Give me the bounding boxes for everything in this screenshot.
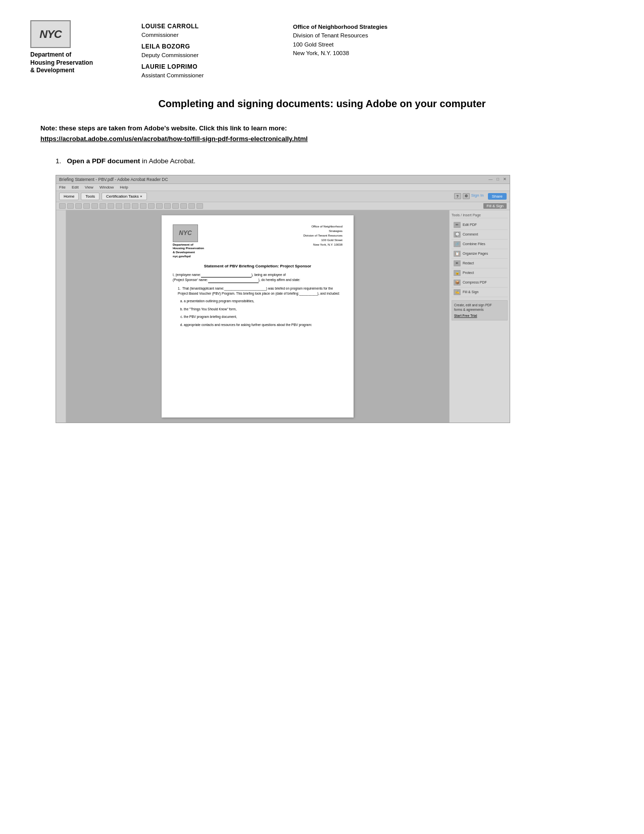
assistant-commissioner-title: Assistant Commissioner: [141, 72, 273, 78]
note-section: Note: these steps are taken from Adobe's…: [40, 123, 604, 145]
sidebar-tool-compress[interactable]: 📦 Compress PDF: [452, 278, 508, 288]
assistant-commissioner-name: LAURIE LoPRIMO: [141, 63, 273, 70]
redact-icon: ✒: [454, 260, 461, 266]
sidebar-tool-organize[interactable]: 📋 Organize Pages: [452, 249, 508, 259]
fillsign-icon: ✍: [454, 289, 461, 295]
menu-view[interactable]: View: [85, 185, 93, 190]
sidebar-tool-redact[interactable]: ✒ Redact: [452, 259, 508, 268]
compress-label: Compress PDF: [463, 281, 487, 284]
adobe-body: NYC Department ofHousing Preservation& D…: [56, 210, 510, 423]
note-link[interactable]: https://acrobat.adobe.com/us/en/acrobat/…: [40, 135, 308, 143]
protect-label: Protect: [463, 271, 474, 274]
step-1-label: Open a PDF document: [67, 157, 140, 165]
toolbar-icon-13[interactable]: [156, 203, 163, 209]
doc-nyc-logo: NYC: [173, 224, 198, 242]
compress-icon: 📦: [454, 280, 461, 286]
page-header: NYC Department of Housing Preservation &…: [30, 20, 614, 81]
close-icon[interactable]: ✕: [503, 177, 507, 181]
fillsign-label: Fill & Sign: [463, 290, 479, 294]
toolbar-icon-18[interactable]: [196, 203, 203, 209]
menu-help[interactable]: Help: [120, 185, 128, 190]
doc-title: Statement of PBV Briefing Completion: Pr…: [173, 264, 342, 268]
sign-in-link[interactable]: Sign In: [471, 193, 484, 199]
fill-sign-button[interactable]: Fill & Sign: [483, 203, 507, 209]
toolbar-icon-12[interactable]: [148, 203, 155, 209]
cta-button[interactable]: Start Free Trial: [454, 313, 505, 318]
toolbar-icon-11[interactable]: [140, 203, 146, 209]
toolbar-icon-7[interactable]: [108, 203, 114, 209]
adobe-left-sidebar: [56, 210, 66, 423]
combine-label: Combine Files: [463, 242, 485, 246]
organize-icon: 📋: [454, 251, 461, 257]
toolbar-icon-1[interactable]: [59, 203, 66, 209]
officials-section: LOUISE CARROLL Commissioner LEILA BOZORG…: [141, 20, 273, 81]
menu-window[interactable]: Window: [100, 185, 114, 190]
certification-tab[interactable]: Certification Tasks ×: [102, 193, 147, 200]
office-address1: 100 Gold Street: [293, 40, 387, 49]
logo-section: NYC Department of Housing Preservation &…: [30, 20, 121, 75]
office-address2: New York, N.Y. 10038: [293, 49, 387, 58]
minimize-icon[interactable]: —: [488, 177, 492, 181]
deputy-commissioner-title: Deputy Commissioner: [141, 52, 273, 58]
sidebar-tool-fillsign[interactable]: ✍ Fill & Sign: [452, 288, 508, 297]
doc-content: I, (employee name:), being an employee o…: [173, 272, 342, 328]
cta-text-line1: Create, edit and sign PDF: [454, 303, 505, 307]
sidebar-section-title: Tools / Insert Page: [452, 213, 508, 218]
page-title: Completing and signing documents: using …: [40, 97, 604, 111]
adobe-window-title: Briefing Statement - PBV.pdf - Adobe Acr…: [59, 177, 168, 182]
list-item: the PBV program briefing document,: [184, 314, 342, 319]
toolbar-icon-16[interactable]: [180, 203, 187, 209]
home-tab[interactable]: Home: [59, 193, 79, 200]
menu-file[interactable]: File: [59, 185, 66, 190]
sidebar-tool-comment[interactable]: 💬 Comment: [452, 230, 508, 240]
step-1-suffix: in Adobe Acrobat.: [142, 157, 195, 165]
maximize-icon[interactable]: □: [497, 177, 499, 181]
list-item: a presentation outlining program respons…: [184, 299, 342, 304]
settings-icon[interactable]: ⚙: [463, 193, 470, 199]
sidebar-tool-combine[interactable]: 🔗 Combine Files: [452, 240, 508, 249]
toolbar-icon-2[interactable]: [67, 203, 74, 209]
comment-label: Comment: [463, 233, 478, 236]
toolbar-icon-4[interactable]: [83, 203, 90, 209]
note-label: Note: these steps are taken from Adobe's…: [40, 124, 287, 132]
toolbar-icon-5[interactable]: [91, 203, 98, 209]
doc-header: NYC Department ofHousing Preservation& D…: [173, 224, 342, 259]
toolbar-icon-10[interactable]: [132, 203, 138, 209]
protect-icon: 🔒: [454, 270, 461, 276]
tools-tab[interactable]: Tools: [81, 193, 100, 200]
adobe-menubar: File Edit View Window Help: [56, 184, 510, 191]
menu-edit[interactable]: Edit: [72, 185, 79, 190]
toolbar-icon-14[interactable]: [164, 203, 171, 209]
main-content: Completing and signing documents: using …: [30, 97, 614, 423]
toolbar-icon-15[interactable]: [172, 203, 179, 209]
secondary-toolbar: Fill & Sign: [56, 202, 510, 210]
toolbar-icon-6[interactable]: [100, 203, 106, 209]
doc-logo-area: NYC Department ofHousing Preservation& D…: [173, 224, 204, 259]
sidebar-tool-editpdf[interactable]: ✏ Edit PDF: [452, 220, 508, 230]
deputy-commissioner-name: LEILA BOZORG: [141, 43, 273, 50]
comment-icon: 💬: [454, 231, 461, 238]
sidebar-tool-protect[interactable]: 🔒 Protect: [452, 268, 508, 278]
help-icon[interactable]: ?: [454, 193, 461, 199]
adobe-titlebar: Briefing Statement - PBV.pdf - Adobe Acr…: [56, 175, 510, 184]
titlebar-controls: — □ ✕: [488, 177, 507, 181]
redact-label: Redact: [463, 261, 474, 265]
adobe-document: NYC Department ofHousing Preservation& D…: [162, 215, 354, 418]
doc-list: a presentation outlining program respons…: [184, 299, 342, 328]
toolbar-icon-9[interactable]: [124, 203, 130, 209]
toolbar-icons: ? ⚙ Sign In: [454, 193, 484, 199]
sidebar-cta[interactable]: Create, edit and sign PDF forms & agreem…: [452, 300, 508, 320]
toolbar-icon-3[interactable]: [75, 203, 82, 209]
combine-icon: 🔗: [454, 241, 461, 247]
toolbar-icon-17[interactable]: [188, 203, 195, 209]
adobe-screenshot: Briefing Statement - PBV.pdf - Adobe Acr…: [56, 175, 510, 423]
cta-text-line2: forms & agreements: [454, 307, 505, 312]
steps-section: 1. Open a PDF document in Adobe Acrobat.…: [56, 157, 604, 423]
adobe-main-area: NYC Department ofHousing Preservation& D…: [66, 210, 449, 423]
nyc-logo: NYC: [30, 20, 71, 48]
doc-office-info: Office of NeighborhoodStrategiesDivision…: [303, 224, 342, 259]
share-button[interactable]: Share: [488, 193, 507, 200]
toolbar-icon-8[interactable]: [116, 203, 122, 209]
editpdf-label: Edit PDF: [463, 223, 477, 226]
doc-dept-name: Department ofHousing Preservation& Devel…: [173, 243, 204, 259]
